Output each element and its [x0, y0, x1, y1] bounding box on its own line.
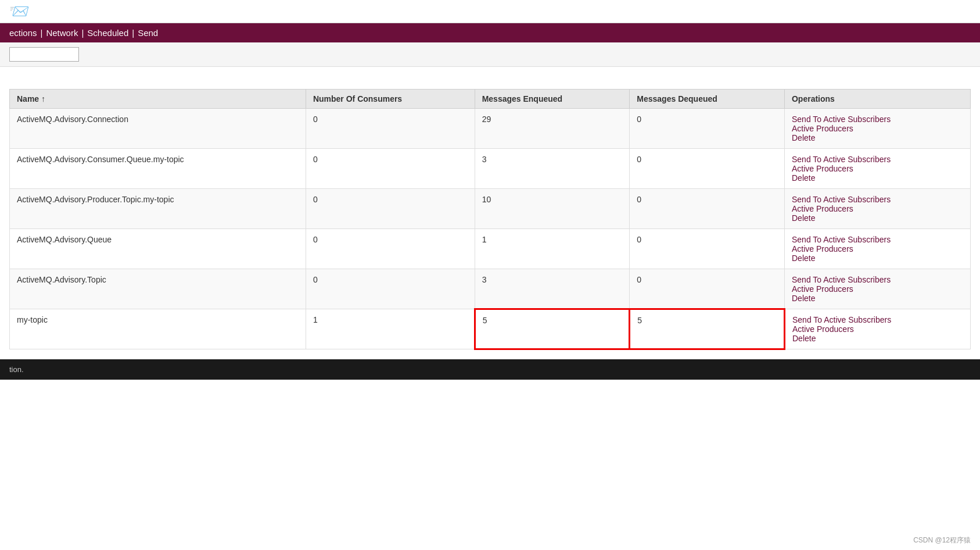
table-row: ActiveMQ.Advisory.Connection0290Send To … — [10, 109, 971, 149]
cell-operations: Send To Active SubscribersActive Produce… — [784, 149, 970, 189]
operation-link[interactable]: Send To Active Subscribers — [792, 275, 963, 284]
cell-topic-name: ActiveMQ.Advisory.Connection — [10, 109, 306, 149]
table-body: ActiveMQ.Advisory.Connection0290Send To … — [10, 109, 971, 349]
cell-dequeued: 0 — [630, 269, 785, 309]
operation-link[interactable]: Send To Active Subscribers — [792, 235, 963, 244]
operation-link[interactable]: Send To Active Subscribers — [792, 315, 963, 324]
sep2: | — [81, 28, 84, 38]
search-bar — [0, 42, 980, 67]
nav-item-send[interactable]: Send — [138, 28, 158, 38]
topics-table-container: Name ↑ Number Of Consumers Messages Enqu… — [0, 89, 980, 350]
cell-dequeued: 0 — [630, 149, 785, 189]
operation-link[interactable]: Delete — [792, 213, 963, 223]
nav-prefix: ections — [9, 28, 37, 38]
cell-enqueued: 3 — [475, 149, 630, 189]
cell-operations: Send To Active SubscribersActive Produce… — [784, 309, 970, 349]
cell-operations: Send To Active SubscribersActive Produce… — [784, 109, 970, 149]
cell-topic-name: ActiveMQ.Advisory.Consumer.Queue.my-topi… — [10, 149, 306, 189]
cell-topic-name: my-topic — [10, 309, 306, 349]
table-row: ActiveMQ.Advisory.Consumer.Queue.my-topi… — [10, 149, 971, 189]
top-nav: ections | Network | Scheduled | Send — [0, 23, 980, 42]
table-header: Name ↑ Number Of Consumers Messages Enqu… — [10, 90, 971, 109]
col-enqueued: Messages Enqueued — [475, 90, 630, 109]
footer-bar: tion. — [0, 359, 980, 380]
operation-link[interactable]: Active Producers — [792, 164, 963, 173]
cell-enqueued: 3 — [475, 269, 630, 309]
cell-dequeued: 0 — [630, 189, 785, 229]
cell-operations: Send To Active SubscribersActive Produce… — [784, 229, 970, 269]
table-row: ActiveMQ.Advisory.Queue010Send To Active… — [10, 229, 971, 269]
operation-link[interactable]: Delete — [792, 334, 963, 343]
sep1: | — [41, 28, 43, 38]
operation-link[interactable]: Active Producers — [792, 124, 963, 133]
cell-enqueued: 29 — [475, 109, 630, 149]
cell-operations: Send To Active SubscribersActive Produce… — [784, 269, 970, 309]
cell-dequeued: 5 — [630, 309, 785, 349]
cell-enqueued: 1 — [475, 229, 630, 269]
col-operations: Operations — [784, 90, 970, 109]
operation-link[interactable]: Delete — [792, 173, 963, 183]
operation-link[interactable]: Active Producers — [792, 324, 963, 334]
cell-consumers: 0 — [306, 189, 475, 229]
operation-link[interactable]: Delete — [792, 294, 963, 303]
cell-topic-name: ActiveMQ.Advisory.Producer.Topic.my-topi… — [10, 189, 306, 229]
cell-dequeued: 0 — [630, 229, 785, 269]
cell-consumers: 0 — [306, 109, 475, 149]
table-row: ActiveMQ.Advisory.Topic030Send To Active… — [10, 269, 971, 309]
cell-topic-name: ActiveMQ.Advisory.Topic — [10, 269, 306, 309]
cell-consumers: 0 — [306, 269, 475, 309]
operation-link[interactable]: Active Producers — [792, 204, 963, 213]
operation-link[interactable]: Active Producers — [792, 284, 963, 294]
col-name: Name ↑ — [10, 90, 306, 109]
cell-enqueued: 10 — [475, 189, 630, 229]
cell-consumers: 0 — [306, 229, 475, 269]
cell-operations: Send To Active SubscribersActive Produce… — [784, 189, 970, 229]
spacer — [0, 67, 980, 84]
cell-consumers: 0 — [306, 149, 475, 189]
table-row: my-topic155Send To Active SubscribersAct… — [10, 309, 971, 349]
operation-link[interactable]: Send To Active Subscribers — [792, 115, 963, 124]
table-row: ActiveMQ.Advisory.Producer.Topic.my-topi… — [10, 189, 971, 229]
nav-item-scheduled[interactable]: Scheduled — [87, 28, 128, 38]
logo-bar: 📨 — [0, 0, 980, 23]
operation-link[interactable]: Send To Active Subscribers — [792, 195, 963, 204]
operation-link[interactable]: Send To Active Subscribers — [792, 155, 963, 164]
cell-consumers: 1 — [306, 309, 475, 349]
sep3: | — [132, 28, 134, 38]
search-input[interactable] — [9, 47, 79, 62]
operation-link[interactable]: Delete — [792, 253, 963, 263]
footer-text: tion. — [9, 365, 24, 374]
cell-enqueued: 5 — [475, 309, 630, 349]
operation-link[interactable]: Active Producers — [792, 244, 963, 253]
operation-link[interactable]: Delete — [792, 133, 963, 142]
logo: 📨 — [9, 2, 28, 21]
cell-dequeued: 0 — [630, 109, 785, 149]
topics-table: Name ↑ Number Of Consumers Messages Enqu… — [9, 89, 971, 350]
col-dequeued: Messages Dequeued — [630, 90, 785, 109]
nav-item-network[interactable]: Network — [46, 28, 78, 38]
col-consumers: Number Of Consumers — [306, 90, 475, 109]
cell-topic-name: ActiveMQ.Advisory.Queue — [10, 229, 306, 269]
